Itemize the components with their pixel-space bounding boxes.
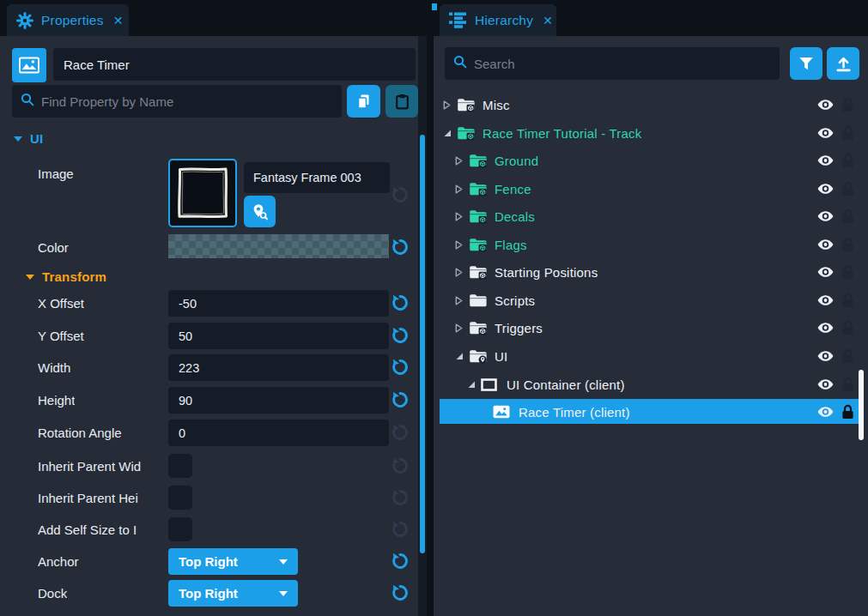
field-input[interactable]: [168, 420, 389, 446]
expander-collapsed-icon[interactable]: [455, 268, 469, 277]
visibility-eye-icon[interactable]: [817, 100, 834, 111]
field-label: Anchor: [38, 554, 79, 569]
lock-icon[interactable]: [841, 264, 854, 280]
reset-icon[interactable]: [391, 520, 410, 539]
tab-hierarchy[interactable]: Hierarchy ✕: [440, 4, 556, 36]
visibility-eye-icon[interactable]: [817, 239, 834, 251]
visibility-eye-icon[interactable]: [817, 379, 834, 390]
lock-icon[interactable]: [841, 293, 854, 308]
tree-item[interactable]: Race Timer (client): [434, 398, 868, 426]
image-asset-name[interactable]: Fantasy Frame 003: [244, 162, 390, 193]
filter-funnel-icon[interactable]: [790, 47, 822, 80]
tree-item[interactable]: Triggers: [434, 314, 868, 341]
reset-icon[interactable]: [391, 423, 410, 442]
copy-properties-button[interactable]: [347, 85, 380, 118]
section-title: Transform: [42, 269, 106, 284]
search-icon: [21, 93, 34, 110]
hierarchy-search-input[interactable]: [445, 47, 780, 80]
reset-icon[interactable]: [391, 185, 410, 204]
object-name-input[interactable]: [53, 48, 416, 81]
object-type-image-icon[interactable]: [12, 48, 46, 82]
expander-collapsed-icon[interactable]: [455, 212, 469, 221]
visibility-eye-icon[interactable]: [817, 184, 834, 195]
tree-item[interactable]: UI: [434, 342, 868, 370]
lock-icon[interactable]: [841, 125, 854, 141]
visibility-eye-icon[interactable]: [817, 267, 834, 278]
close-icon[interactable]: ✕: [543, 14, 553, 27]
folder-icon: [469, 293, 487, 308]
expander-collapsed-icon[interactable]: [455, 184, 469, 194]
reset-icon[interactable]: [391, 488, 410, 507]
visibility-eye-icon[interactable]: [817, 211, 834, 222]
lock-icon[interactable]: [841, 320, 854, 335]
find-asset-pin-icon[interactable]: [244, 196, 276, 227]
field-label: Dock: [38, 586, 67, 601]
tree-item[interactable]: Starting Positions: [434, 258, 868, 286]
section-ui-header[interactable]: UI: [14, 131, 43, 146]
color-label: Color: [38, 240, 69, 255]
color-swatch[interactable]: [168, 234, 389, 258]
export-upload-icon[interactable]: [827, 47, 859, 80]
lock-icon[interactable]: [841, 404, 854, 420]
reset-icon[interactable]: [391, 552, 410, 571]
property-search-input[interactable]: [12, 85, 342, 118]
visibility-eye-icon[interactable]: [817, 295, 834, 306]
paste-properties-button[interactable]: [385, 85, 418, 118]
field-input[interactable]: [168, 387, 389, 414]
expander-expanded-icon[interactable]: [455, 352, 469, 360]
visibility-eye-icon[interactable]: [817, 351, 834, 362]
lock-icon[interactable]: [841, 237, 854, 252]
field-input[interactable]: [168, 354, 389, 381]
reset-icon[interactable]: [391, 293, 410, 312]
visibility-eye-icon[interactable]: [817, 128, 834, 139]
reset-icon[interactable]: [391, 326, 410, 345]
folder-cube-icon: [469, 153, 487, 168]
field-input[interactable]: [168, 323, 389, 349]
dropdown-dock[interactable]: Top Right: [168, 580, 298, 607]
section-transform-header[interactable]: Transform: [26, 269, 106, 284]
lock-icon[interactable]: [841, 208, 854, 224]
tree-item[interactable]: Misc: [434, 91, 868, 118]
lock-icon[interactable]: [841, 377, 854, 392]
reset-icon[interactable]: [391, 238, 410, 257]
tree-item[interactable]: Decals: [434, 202, 868, 230]
properties-scrollbar[interactable]: [420, 135, 425, 553]
close-icon[interactable]: ✕: [113, 14, 124, 27]
lock-icon[interactable]: [841, 348, 854, 364]
field-label: Y Offset: [38, 329, 84, 343]
tree-item[interactable]: UI Container (client): [434, 371, 868, 398]
tree-item[interactable]: Flags: [434, 231, 868, 258]
checkbox-unchecked[interactable]: [168, 454, 192, 478]
checkbox-unchecked[interactable]: [168, 486, 192, 510]
expander-expanded-icon[interactable]: [443, 129, 457, 137]
lock-icon[interactable]: [841, 97, 854, 112]
reset-icon[interactable]: [391, 583, 410, 602]
expander-expanded-icon[interactable]: [467, 380, 481, 389]
image-thumbnail[interactable]: [168, 159, 237, 227]
visibility-eye-icon[interactable]: [817, 323, 834, 334]
reset-icon[interactable]: [391, 358, 410, 377]
visibility-eye-icon[interactable]: [817, 407, 834, 418]
field-input[interactable]: [168, 290, 389, 317]
hierarchy-scrollbar[interactable]: [859, 370, 864, 440]
expander-collapsed-icon[interactable]: [455, 296, 469, 305]
expander-collapsed-icon[interactable]: [443, 100, 457, 110]
reset-icon[interactable]: [391, 456, 410, 475]
folder-cube-icon: [457, 125, 475, 141]
visibility-eye-icon[interactable]: [817, 155, 834, 166]
tree-item[interactable]: Race Timer Tutorial - Track: [434, 119, 868, 147]
expander-collapsed-icon[interactable]: [455, 156, 469, 166]
expander-collapsed-icon[interactable]: [455, 240, 469, 250]
tree-item[interactable]: Fence: [434, 175, 868, 202]
tree-item[interactable]: Scripts: [434, 287, 868, 314]
reset-icon[interactable]: [391, 390, 410, 409]
dropdown-anchor[interactable]: Top Right: [168, 548, 298, 575]
lock-icon[interactable]: [841, 153, 854, 168]
lock-icon[interactable]: [841, 181, 854, 196]
tab-properties[interactable]: Properties ✕: [7, 4, 129, 36]
tree-item[interactable]: Ground: [434, 147, 868, 174]
hierarchy-search: [445, 47, 780, 80]
expander-collapsed-icon[interactable]: [455, 323, 469, 333]
checkbox-unchecked[interactable]: [168, 517, 192, 541]
hierarchy-icon: [449, 12, 467, 28]
